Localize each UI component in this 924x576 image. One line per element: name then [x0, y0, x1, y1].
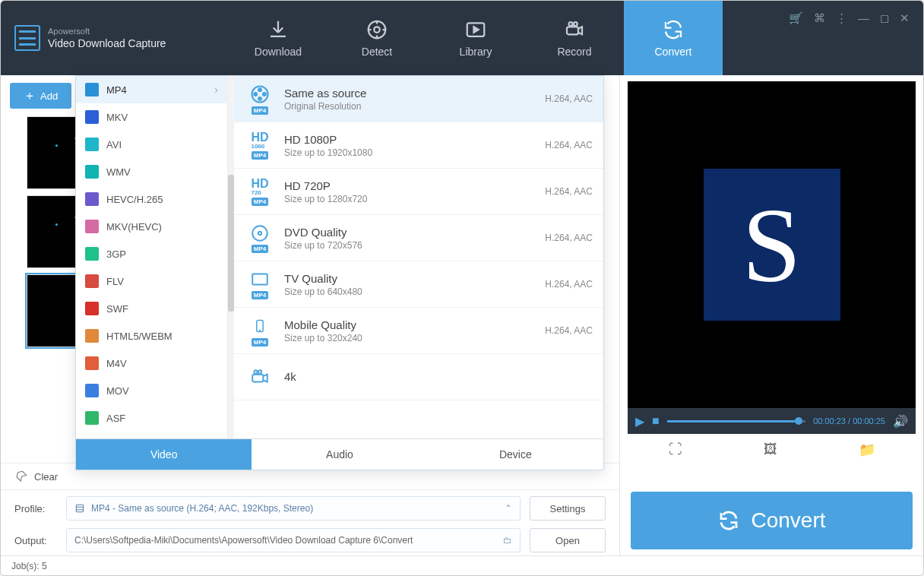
format-item-swf[interactable]: SWF	[76, 295, 227, 322]
app-name: Video Download Capture	[48, 36, 166, 50]
brand-name: Apowersoft	[48, 26, 166, 36]
profile-value: MP4 - Same as source (H.264; AAC, 192Kbp…	[91, 503, 313, 514]
format-label: HTML5/WEBM	[106, 331, 172, 342]
preset-title: Same as source	[284, 87, 545, 100]
profile-tab-video[interactable]: Video	[76, 439, 252, 470]
command-icon[interactable]: ⌘	[814, 11, 825, 25]
nav-convert[interactable]: Convert	[624, 1, 723, 75]
folder-browse-icon[interactable]: 🗀	[503, 535, 512, 546]
profile-tab-audio[interactable]: Audio	[252, 439, 427, 470]
preset-list[interactable]: MP4 Same as source Original Resolution H…	[234, 76, 603, 438]
maximize-icon[interactable]: ◻	[880, 11, 889, 25]
player-controls: ▶ ■ 00:00:23 / 00:00:25 🔊	[628, 408, 916, 434]
format-icon	[85, 356, 99, 370]
format-icon	[85, 302, 99, 315]
format-label: WMV	[106, 166, 131, 178]
svg-point-17	[254, 370, 257, 373]
format-item-mov[interactable]: MOV	[76, 377, 227, 404]
format-label: AVI	[106, 139, 122, 150]
svg-point-9	[263, 93, 266, 96]
app-logo-block: Apowersoft Video Download Capture	[1, 1, 229, 75]
preset-subtitle: Size up to 1280x720	[284, 194, 545, 204]
svg-point-10	[258, 97, 261, 100]
preset-codec: H.264, AAC	[545, 140, 593, 150]
format-item-mp4[interactable]: MP4 ›	[76, 76, 227, 103]
format-item-3gp[interactable]: 3GP	[76, 240, 227, 267]
nav-download[interactable]: Download	[229, 1, 328, 75]
format-item-flv[interactable]: FLV	[76, 267, 227, 295]
format-icon	[85, 165, 99, 179]
output-value: C:\Users\Softpedia-Miki\Documents\Apower…	[74, 535, 413, 546]
format-label: SWF	[106, 303, 128, 315]
status-bar: Job(s): 5	[1, 555, 923, 575]
format-item-html5webm[interactable]: HTML5/WEBM	[76, 322, 227, 350]
preset-subtitle: Size up to 720x576	[284, 240, 545, 251]
format-item-hevch265[interactable]: HEVC/H.265	[76, 185, 227, 213]
format-item-asf[interactable]: ASF	[76, 404, 227, 432]
preset-subtitle: Size up to 320x240	[284, 333, 545, 343]
fullscreen-icon[interactable]: ⛶	[669, 441, 682, 458]
format-item-wmv[interactable]: WMV	[76, 158, 227, 185]
format-item-m4v[interactable]: M4V	[76, 350, 227, 377]
svg-point-7	[258, 88, 261, 91]
format-icon	[85, 411, 99, 425]
svg-rect-13	[252, 274, 267, 284]
output-field[interactable]: C:\Users\Softpedia-Miki\Documents\Apower…	[66, 528, 521, 552]
add-url-button[interactable]: ＋Add	[10, 83, 71, 109]
format-item-avi[interactable]: AVI	[76, 131, 227, 158]
seek-bar[interactable]	[667, 420, 806, 423]
preset-subtitle: Size up to 640x480	[284, 286, 545, 297]
open-button[interactable]: Open	[530, 528, 606, 552]
cart-icon[interactable]: 🛒	[789, 11, 803, 25]
format-icon	[85, 138, 99, 151]
status-text: Job(s): 5	[11, 561, 47, 571]
format-label: MOV	[106, 385, 129, 397]
convert-button[interactable]: Convert	[631, 492, 913, 549]
profile-dropdown: MP4 › MKV AVI WMV HEVC/H.265	[75, 75, 604, 470]
snapshot-icon[interactable]: 🖼	[764, 441, 777, 458]
preset-subtitle: Original Resolution	[284, 101, 545, 112]
preset-item[interactable]: MP4 Mobile Quality Size up to 320x240 H.…	[234, 308, 603, 354]
preset-item[interactable]: HD720MP4 HD 720P Size up to 1280x720 H.2…	[234, 169, 603, 215]
nav-detect[interactable]: Detect	[328, 1, 426, 75]
preset-icon: MP4	[245, 269, 275, 299]
format-list[interactable]: MP4 › MKV AVI WMV HEVC/H.265	[76, 76, 228, 438]
format-icon	[85, 192, 99, 206]
play-button[interactable]: ▶	[635, 414, 644, 429]
settings-button[interactable]: Settings	[530, 496, 606, 521]
preset-item[interactable]: MP4 TV Quality Size up to 640x480 H.264,…	[234, 261, 603, 308]
stop-button[interactable]: ■	[652, 414, 660, 428]
convert-button-label: Convert	[751, 508, 825, 533]
format-item-mkv[interactable]: MKV	[76, 103, 227, 131]
more-icon[interactable]: ⋮	[836, 11, 847, 25]
preset-item[interactable]: MP4 Same as source Original Resolution H…	[234, 76, 603, 122]
broom-icon	[14, 470, 28, 483]
preset-subtitle: Size up to 1920x1080	[284, 147, 545, 158]
svg-rect-3	[567, 27, 578, 34]
preset-title: 4k	[284, 370, 593, 383]
format-item-mkvhevc[interactable]: MKV(HEVC)	[76, 213, 227, 240]
preset-title: DVD Quality	[284, 226, 545, 239]
profile-field[interactable]: MP4 - Same as source (H.264; AAC, 192Kbp…	[66, 496, 521, 521]
preset-item[interactable]: 4k	[234, 354, 603, 400]
nav-record[interactable]: Record	[525, 1, 624, 75]
volume-icon[interactable]: 🔊	[893, 414, 908, 429]
nav-download-label: Download	[255, 46, 302, 58]
nav-convert-label: Convert	[654, 46, 691, 58]
profile-tab-device[interactable]: Device	[428, 439, 603, 470]
format-scrollbar[interactable]	[228, 76, 234, 438]
clear-button[interactable]: Clear	[34, 471, 58, 483]
nav-library[interactable]: Library	[426, 1, 525, 75]
preset-item[interactable]: MP4 DVD Quality Size up to 720x576 H.264…	[234, 215, 603, 261]
svg-point-5	[574, 22, 578, 26]
svg-point-8	[254, 93, 257, 96]
format-label: FLV	[106, 276, 124, 287]
titlebar: Apowersoft Video Download Capture Downlo…	[1, 1, 923, 75]
open-folder-icon[interactable]: 📁	[859, 441, 875, 458]
preset-item[interactable]: HD1080MP4 HD 1080P Size up to 1920x1080 …	[234, 122, 603, 169]
nav-record-label: Record	[557, 46, 591, 58]
preset-title: TV Quality	[284, 272, 545, 285]
minimize-icon[interactable]: —	[858, 11, 869, 24]
close-icon[interactable]: ✕	[900, 11, 910, 25]
film-icon	[74, 503, 85, 514]
